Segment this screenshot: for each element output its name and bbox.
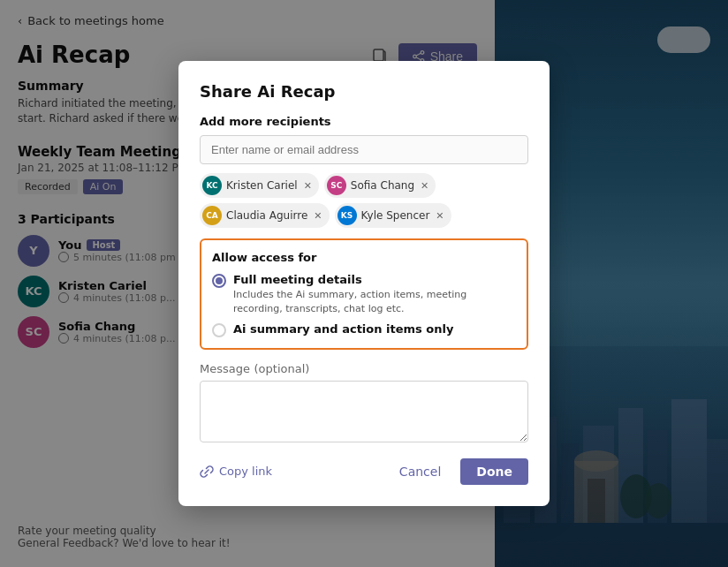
radio-full-meeting-text: Full meeting details Includes the Ai sum… — [233, 273, 516, 315]
message-optional-text: (optional) — [254, 362, 310, 375]
radio-option-summary[interactable]: Ai summary and action items only — [212, 322, 516, 337]
chip-remove-button[interactable]: ✕ — [436, 210, 444, 222]
modal-footer: Copy link Cancel Done — [200, 458, 528, 485]
chip-avatar: KS — [337, 206, 357, 225]
recipient-chip: SC Sofia Chang ✕ — [324, 173, 436, 198]
copy-link-button[interactable]: Copy link — [200, 465, 272, 479]
message-label: Message (optional) — [200, 362, 528, 375]
copy-link-icon — [200, 465, 214, 479]
message-textarea[interactable] — [200, 381, 528, 442]
message-label-text: Message — [200, 362, 250, 375]
radio-ai-summary[interactable] — [212, 323, 226, 337]
chip-name: Sofia Chang — [351, 179, 414, 192]
cancel-button[interactable]: Cancel — [387, 458, 453, 485]
add-recipients-label: Add more recipients — [200, 115, 528, 128]
footer-right: Cancel Done — [387, 458, 528, 485]
chip-remove-button[interactable]: ✕ — [304, 180, 312, 192]
chip-avatar: CA — [202, 206, 222, 225]
access-label: Allow access for — [212, 251, 516, 264]
full-meeting-title: Full meeting details — [233, 273, 516, 286]
email-input[interactable] — [200, 135, 528, 164]
chip-name: Kristen Cariel — [226, 179, 298, 192]
chip-remove-button[interactable]: ✕ — [421, 180, 428, 192]
modal-overlay: Share Ai Recap Add more recipients KC Kr… — [0, 0, 728, 567]
chip-name: Claudia Aguirre — [226, 209, 307, 222]
chip-name: Kyle Spencer — [361, 209, 430, 222]
done-button[interactable]: Done — [460, 458, 528, 485]
radio-ai-summary-text: Ai summary and action items only — [233, 322, 453, 336]
recipient-chip: KC Kristen Cariel ✕ — [200, 173, 319, 198]
access-box: Allow access for Full meeting details In… — [200, 238, 528, 350]
radio-option-full[interactable]: Full meeting details Includes the Ai sum… — [212, 273, 516, 315]
modal-title: Share Ai Recap — [200, 82, 528, 101]
recipient-chip: CA Claudia Aguirre ✕ — [200, 203, 330, 228]
full-meeting-desc: Includes the Ai summary, action items, m… — [233, 288, 516, 315]
recipients-row: KC Kristen Cariel ✕ SC Sofia Chang ✕ CA … — [200, 173, 528, 228]
recipient-chip: KS Kyle Spencer ✕ — [335, 203, 451, 228]
chip-avatar: SC — [327, 176, 346, 195]
radio-full-meeting[interactable] — [212, 274, 226, 288]
ai-summary-title: Ai summary and action items only — [233, 322, 453, 336]
copy-link-label: Copy link — [219, 465, 272, 478]
chip-remove-button[interactable]: ✕ — [314, 210, 322, 222]
share-modal: Share Ai Recap Add more recipients KC Kr… — [178, 61, 550, 506]
chip-avatar: KC — [202, 176, 222, 195]
